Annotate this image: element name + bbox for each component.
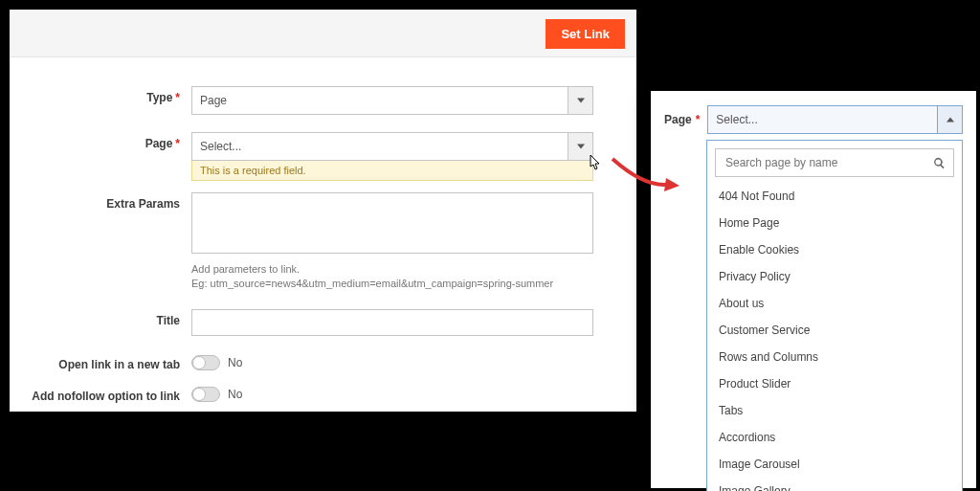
page-select[interactable]: Select... [191, 132, 593, 161]
page-options: 404 Not Found Home Page Enable Cookies P… [715, 183, 954, 491]
page-value: Select... [192, 140, 568, 153]
newtab-label: Open link in a new tab [10, 353, 191, 371]
option-about-us[interactable]: About us [715, 290, 954, 317]
page-dropdown-popover: Page* Select... 404 Not Found Home Page … [651, 91, 976, 488]
type-select[interactable]: Page [191, 86, 593, 115]
page-label: Page* [10, 132, 191, 150]
chevron-down-icon[interactable] [568, 87, 592, 114]
page-dropdown: 404 Not Found Home Page Enable Cookies P… [706, 140, 963, 491]
option-customer-service[interactable]: Customer Service [715, 317, 954, 344]
option-accordions[interactable]: Accordions [715, 424, 954, 451]
field-page: Page* Select... This is a required field… [10, 132, 612, 181]
extra-label: Extra Params [10, 192, 191, 211]
topbar: Set Link [10, 10, 636, 57]
popover-page-value: Select... [708, 113, 937, 126]
type-value: Page [192, 94, 568, 107]
popover-page-select[interactable]: Select... [707, 105, 963, 134]
option-product-slider[interactable]: Product Slider [715, 370, 954, 397]
option-404-not-found[interactable]: 404 Not Found [715, 183, 954, 210]
extra-hint: Add parameters to link. Eg: utm_source=n… [191, 262, 612, 292]
newtab-toggle[interactable] [191, 355, 220, 370]
option-rows-and-columns[interactable]: Rows and Columns [715, 344, 954, 370]
field-extra-params: Extra Params Add parameters to link. Eg:… [10, 192, 612, 292]
page-search-input[interactable] [724, 155, 933, 170]
popover-page-label: Page* [664, 113, 707, 126]
field-title: Title [10, 309, 612, 336]
title-label: Title [10, 309, 191, 327]
type-label: Type* [10, 86, 191, 104]
option-image-carousel[interactable]: Image Carousel [715, 451, 954, 478]
field-type: Type* Page [10, 86, 612, 115]
option-image-gallery[interactable]: Image Gallery [715, 478, 954, 491]
option-tabs[interactable]: Tabs [715, 397, 954, 424]
set-link-button[interactable]: Set Link [546, 19, 625, 49]
option-privacy-policy[interactable]: Privacy Policy [715, 263, 954, 290]
field-newtab: Open link in a new tab No [10, 353, 612, 371]
page-search[interactable] [715, 148, 954, 177]
chevron-down-icon[interactable] [568, 133, 592, 160]
title-input[interactable] [191, 309, 593, 336]
nofollow-value: No [228, 388, 242, 401]
link-form-panel: Set Link Type* Page Page* Select... This… [10, 10, 636, 412]
nofollow-toggle[interactable] [191, 387, 220, 402]
option-home-page[interactable]: Home Page [715, 210, 954, 236]
search-icon [933, 157, 946, 169]
newtab-value: No [228, 356, 242, 369]
chevron-up-icon[interactable] [937, 106, 962, 133]
nofollow-label: Add nofollow option to link [10, 385, 191, 403]
option-enable-cookies[interactable]: Enable Cookies [715, 236, 954, 263]
form: Type* Page Page* Select... This is a req… [10, 57, 636, 403]
page-error: This is a required field. [191, 161, 593, 181]
extra-params-input[interactable] [191, 192, 593, 254]
field-nofollow: Add nofollow option to link No [10, 385, 612, 403]
